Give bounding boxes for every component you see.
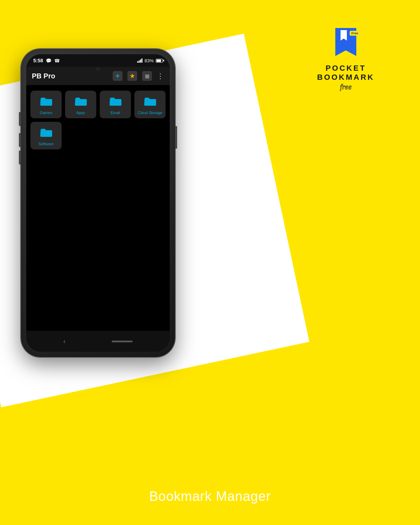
camera-notch: [96, 67, 100, 71]
status-bar: 5:58 💬 ☎ 83%: [26, 54, 170, 67]
folder-games[interactable]: Games: [30, 91, 62, 118]
folder-software-icon: [40, 127, 52, 140]
phone-outer: 5:58 💬 ☎ 83%: [21, 49, 175, 357]
signal-bar-3: [140, 59, 141, 63]
folder-cloud-storage-label: Cloud Storage: [138, 111, 162, 115]
sd-icon: ▦: [145, 73, 149, 79]
phone-wrapper: 5:58 💬 ☎ 83%: [21, 49, 175, 357]
battery-percent: 83%: [145, 58, 154, 63]
battery-icon: [156, 59, 163, 63]
phone-icon: ☎: [54, 58, 60, 63]
logo-icon: Free: [332, 28, 360, 59]
more-button[interactable]: ⋮: [157, 72, 164, 80]
logo-area: Free POCKET BOOKMARK free: [317, 28, 374, 91]
footer-area: Bookmark Manager: [0, 489, 420, 504]
home-button[interactable]: [112, 341, 133, 342]
signal-bar-4: [141, 58, 142, 63]
folder-games-icon: [40, 96, 52, 108]
add-icon: +: [115, 72, 120, 80]
bookmark-manager-label: Bookmark Manager: [149, 489, 271, 504]
folder-software[interactable]: Software: [30, 122, 62, 149]
status-time: 5:58: [33, 58, 43, 63]
folder-email-icon: [109, 96, 122, 108]
phone-screen: 5:58 💬 ☎ 83%: [26, 54, 170, 352]
status-right: 83%: [137, 58, 163, 63]
bookmark-label: BOOKMARK: [317, 73, 374, 82]
app-title: PB Pro: [32, 72, 55, 80]
folder-email-label: Email: [111, 111, 120, 115]
folder-cloud-storage[interactable]: Cloud Storage: [134, 91, 166, 118]
folder-games-label: Games: [40, 111, 52, 115]
free-script-label: free: [317, 82, 374, 91]
folder-apps-label: Apps: [76, 111, 85, 115]
folder-cloud-storage-icon: [144, 96, 156, 108]
folder-software-label: Software: [38, 142, 54, 146]
free-badge: Free: [350, 31, 360, 36]
signal-bar-1: [137, 61, 138, 63]
folder-apps-icon: [75, 96, 87, 108]
back-button[interactable]: ‹: [63, 338, 65, 345]
sd-button[interactable]: ▦: [142, 71, 152, 81]
star-button[interactable]: ★: [127, 71, 137, 81]
whatsapp-icon: 💬: [46, 58, 51, 63]
logo-text: POCKET BOOKMARK free: [317, 64, 374, 91]
folder-email[interactable]: Email: [100, 91, 131, 118]
folder-apps[interactable]: Apps: [65, 91, 96, 118]
signal-bar-2: [139, 61, 140, 63]
app-actions: + ★ ▦ ⋮: [113, 71, 164, 81]
phone-bottom-nav: ‹: [26, 331, 170, 352]
add-button[interactable]: +: [113, 71, 122, 81]
pocket-label: POCKET: [317, 64, 374, 73]
status-left: 5:58 💬 ☎: [33, 58, 60, 63]
star-icon: ★: [130, 72, 135, 80]
battery-fill: [156, 59, 161, 62]
folder-grid: Games Apps Email: [26, 85, 170, 155]
signal-bars: [137, 58, 142, 63]
